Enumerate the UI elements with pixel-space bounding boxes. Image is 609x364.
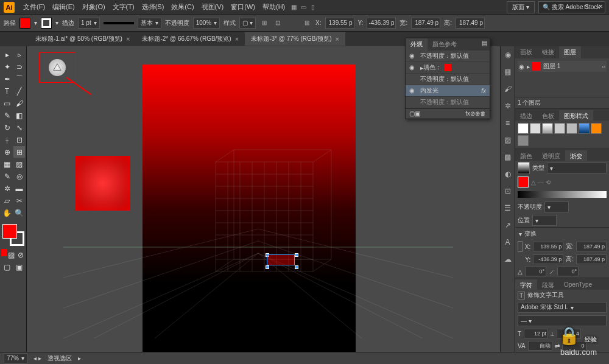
delete-icon[interactable]: 🗑 bbox=[480, 110, 486, 117]
appearance-row[interactable]: ◉不透明度：默认值 bbox=[406, 51, 490, 62]
appearance-tab[interactable]: 外观 bbox=[406, 38, 428, 51]
close-icon[interactable]: × bbox=[126, 35, 130, 43]
visibility-icon[interactable]: ◉ bbox=[409, 87, 417, 94]
clear-icon[interactable]: ⊘ bbox=[470, 110, 475, 117]
brushes-panel-icon[interactable]: 🖌 bbox=[502, 83, 514, 95]
links-tab[interactable]: 链接 bbox=[537, 46, 559, 58]
transform-panel-title[interactable]: ▾ 变换 bbox=[515, 227, 609, 240]
menu-view[interactable]: 视图(V) bbox=[198, 2, 228, 12]
arrange-icon[interactable]: ▭ bbox=[298, 2, 308, 12]
visibility-icon[interactable]: ◉ bbox=[409, 64, 417, 71]
font-style-select[interactable]: — ▾ bbox=[518, 315, 607, 326]
style-swatch[interactable] bbox=[542, 123, 553, 134]
anchor-point[interactable] bbox=[295, 253, 298, 257]
shear-input[interactable] bbox=[557, 267, 579, 276]
anchor-point[interactable] bbox=[266, 265, 269, 269]
transform-h-input[interactable] bbox=[576, 254, 607, 264]
layers-panel-icon[interactable]: ☰ bbox=[502, 202, 514, 214]
layer-name[interactable]: 图层 1 bbox=[543, 62, 560, 71]
rotate-input[interactable] bbox=[525, 267, 546, 276]
rectangle-tool[interactable]: ▭ bbox=[1, 97, 13, 109]
appearance-row[interactable]: ◉▸ 填色： bbox=[406, 62, 490, 74]
new-fill-icon[interactable]: ▢ bbox=[409, 110, 415, 117]
menu-object[interactable]: 对象(O) bbox=[79, 2, 109, 12]
character-tab[interactable]: 字符 bbox=[515, 279, 537, 290]
fill-stroke-control[interactable] bbox=[2, 224, 24, 246]
transparency-tab[interactable]: 透明度 bbox=[537, 150, 565, 161]
red-square-object[interactable] bbox=[76, 156, 130, 211]
gradient-type-select[interactable]: ▾ bbox=[547, 163, 607, 173]
zoom-tool[interactable]: 🔍 bbox=[13, 207, 25, 219]
libraries-panel-icon[interactable]: ☁ bbox=[502, 253, 514, 265]
direct-selection-tool[interactable]: ▹ bbox=[13, 49, 25, 60]
appearance-panel[interactable]: 外观 颜色参考 ▤ ◉不透明度：默认值 ◉▸ 填色： 不透明度：默认值 ◉内发光… bbox=[405, 38, 490, 119]
transform-x-input[interactable] bbox=[533, 242, 563, 251]
panel-menu-icon[interactable]: ▤ bbox=[479, 38, 490, 51]
free-transform-tool[interactable]: ⊡ bbox=[13, 134, 25, 145]
selection-tool[interactable]: ▸ bbox=[1, 49, 13, 60]
color-mode-icon[interactable] bbox=[1, 249, 7, 256]
layer-row[interactable]: ◉ ▸ 图层 1 ○ bbox=[518, 61, 607, 72]
width-tool[interactable]: ⟊ bbox=[1, 134, 13, 145]
close-icon[interactable]: × bbox=[235, 35, 239, 43]
style-swatch[interactable] bbox=[530, 123, 541, 134]
style-swatch[interactable] bbox=[518, 135, 529, 146]
style-swatch[interactable] bbox=[554, 123, 565, 134]
stroke-profile[interactable] bbox=[104, 22, 134, 24]
x-input[interactable] bbox=[325, 18, 354, 29]
symbols-panel-icon[interactable]: ✲ bbox=[502, 100, 514, 112]
fill-swatch-icon[interactable] bbox=[444, 64, 451, 71]
appearance-row[interactable]: 不透明度：默认值 bbox=[406, 74, 490, 85]
artboard-tool[interactable]: ▱ bbox=[1, 195, 13, 206]
type-tool[interactable]: T bbox=[1, 85, 13, 97]
stroke-tab[interactable]: 描边 bbox=[515, 110, 537, 121]
stroke-weight-input[interactable]: 1 pt ▾ bbox=[78, 18, 100, 29]
eraser-tool[interactable]: ◧ bbox=[13, 110, 25, 121]
workspace-selector[interactable]: 版面 ▾ bbox=[507, 1, 535, 13]
shape-builder-tool[interactable]: ⊕ bbox=[1, 146, 13, 158]
gradient-panel-icon[interactable]: ▨ bbox=[502, 134, 514, 146]
swatches-tab[interactable]: 色板 bbox=[537, 110, 559, 121]
menu-file[interactable]: 文件(F) bbox=[19, 2, 49, 12]
target-icon[interactable]: ○ bbox=[602, 63, 605, 70]
paintbrush-tool[interactable]: 🖌 bbox=[13, 97, 25, 109]
character-panel-icon[interactable]: A bbox=[502, 236, 514, 248]
style-swatch[interactable] bbox=[518, 123, 529, 134]
blend-tool[interactable]: ◎ bbox=[13, 170, 25, 182]
visibility-icon[interactable]: ◉ bbox=[409, 52, 417, 60]
duplicate-icon[interactable]: ⊕ bbox=[475, 110, 480, 117]
color-tab[interactable]: 颜色 bbox=[515, 150, 537, 161]
draw-mode-icon[interactable]: ▢ bbox=[1, 261, 13, 273]
menu-effect[interactable]: 效果(C) bbox=[167, 2, 197, 12]
style-select[interactable]: ▢ ▾ bbox=[239, 18, 256, 29]
gradient-mode-icon[interactable]: ▨ bbox=[7, 249, 16, 261]
font-size-input[interactable] bbox=[524, 329, 548, 338]
pen-tool[interactable]: ✒ bbox=[1, 73, 13, 85]
menu-window[interactable]: 窗口(W) bbox=[227, 2, 259, 12]
shaper-tool[interactable]: ✎ bbox=[1, 110, 13, 121]
asset-export-icon[interactable]: ↗ bbox=[502, 219, 514, 231]
brush-profile-select[interactable]: 基本 ▾ bbox=[138, 18, 161, 29]
magic-wand-tool[interactable]: ✦ bbox=[1, 61, 13, 72]
gradient-slider[interactable] bbox=[518, 191, 607, 198]
gradient-tool[interactable]: ▨ bbox=[13, 158, 25, 170]
w-input[interactable] bbox=[411, 18, 440, 29]
document-tab[interactable]: 未标题-1.ai* @ 50% (RGB/预览)× bbox=[29, 32, 136, 46]
style-swatch[interactable] bbox=[566, 123, 577, 134]
font-family-select[interactable]: Adobe 宋体 Std L ▾ bbox=[518, 302, 607, 313]
lasso-tool[interactable]: ⊃ bbox=[13, 61, 25, 72]
visibility-icon[interactable]: ◉ bbox=[519, 63, 524, 70]
stop-opacity-input[interactable]: ▾ bbox=[544, 201, 569, 212]
document-tab[interactable]: 未标题-2* @ 66.67% (RGB/预览)× bbox=[136, 32, 245, 46]
y-input[interactable] bbox=[367, 18, 396, 29]
bridge-icon[interactable]: ▦ bbox=[289, 2, 298, 12]
gradient-tab[interactable]: 渐变 bbox=[565, 150, 587, 161]
fx-button[interactable]: fx bbox=[465, 110, 470, 117]
screen-mode-icon[interactable]: ▣ bbox=[13, 261, 25, 273]
fx-icon[interactable]: fx bbox=[481, 88, 486, 94]
kerning-input[interactable] bbox=[528, 341, 552, 351]
menu-edit[interactable]: 编辑(E) bbox=[49, 2, 79, 12]
align-icon[interactable]: ⊞ bbox=[259, 18, 269, 28]
rotate-tool[interactable]: ↻ bbox=[1, 122, 13, 133]
close-button[interactable]: ✕ bbox=[594, 1, 607, 11]
